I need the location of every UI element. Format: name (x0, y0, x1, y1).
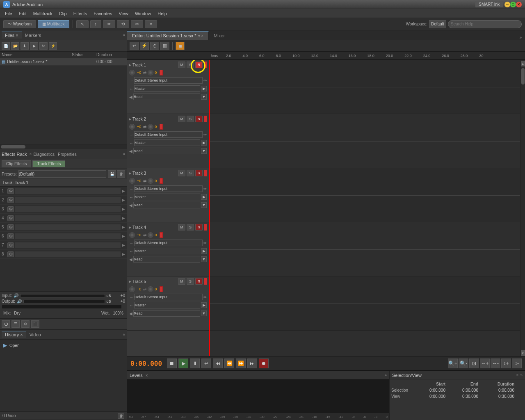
history-item-open[interactable]: ▶ Open (2, 341, 125, 349)
track-3-record[interactable]: R (195, 170, 203, 176)
zoom-in-v-btn[interactable]: ↕+ (501, 358, 511, 368)
levels-options[interactable]: » (384, 373, 387, 377)
track-4-output-select[interactable]: Master (134, 248, 200, 254)
track-2-expand[interactable]: ▶ (129, 117, 131, 121)
slot-arrow-2[interactable]: ▶ (122, 198, 125, 202)
slot-arrow-6[interactable]: ▶ (122, 234, 125, 238)
track-1-expand[interactable]: ▶ (129, 63, 131, 67)
pause-btn[interactable]: ⏸ (190, 358, 200, 368)
track-2-mute[interactable]: M (178, 116, 185, 122)
slot-arrow-8[interactable]: ▶ (122, 252, 125, 256)
track-4-read-select[interactable]: Read (133, 256, 200, 262)
ed-btn-loop[interactable]: ↩ (130, 42, 139, 50)
fastforward-to-end-btn[interactable]: ⏭ (247, 358, 257, 368)
ed-btn-mix[interactable]: ▦ (160, 42, 169, 50)
track-4-solo[interactable]: S (187, 224, 194, 231)
track-4-mute[interactable]: M (178, 224, 185, 231)
track-lane-3[interactable] (209, 168, 520, 222)
track-3-input-select[interactable]: Default Stereo Input (134, 185, 203, 192)
track-5-fader[interactable] (148, 286, 153, 292)
track-2-knob[interactable] (129, 124, 135, 130)
tool-btn-5[interactable]: ✂ (131, 20, 143, 28)
tracks-vscrollbar[interactable]: ▲ ▼ (520, 60, 525, 356)
track-2-input-select[interactable]: Default Stereo Input (134, 131, 203, 138)
track-4-output-expand[interactable]: ▶ (201, 248, 207, 254)
files-scrollbar[interactable] (0, 144, 127, 149)
presets-select[interactable]: (Default) (18, 170, 106, 178)
track-2-output-expand[interactable]: ▶ (201, 140, 207, 146)
track-3-output-select[interactable]: Master (134, 194, 200, 200)
stop-btn[interactable]: ⏹ (167, 358, 177, 368)
zoom-out-btn[interactable]: 🔍- (459, 358, 468, 368)
files-panel-close[interactable]: » (123, 33, 125, 37)
ed-btn-timecode[interactable]: ⏱ (150, 42, 159, 50)
tab-history[interactable]: History × (2, 331, 26, 338)
track-5-read-expand[interactable]: ▼ (201, 310, 207, 316)
track-4-input-icon[interactable]: ✏ (203, 241, 207, 245)
minimize-button[interactable]: ─ (504, 2, 510, 7)
slot-power-icon-6[interactable]: ⏻ (7, 233, 14, 239)
track-4-record[interactable]: R (195, 224, 203, 231)
import-btn[interactable]: ⬇ (21, 42, 29, 50)
levels-close-x[interactable]: × (146, 373, 148, 378)
track-5-record[interactable]: R (195, 278, 203, 285)
tool-btn-2[interactable]: ↕ (90, 20, 101, 28)
tab-diagnostics[interactable]: Diagnostics (33, 152, 55, 157)
track-1-input-select[interactable]: Default Stereo Input (134, 77, 203, 84)
track-1-output-expand[interactable]: ▶ (201, 86, 207, 91)
preset-delete-btn[interactable]: 🗑 (117, 170, 125, 178)
slot-arrow-7[interactable]: ▶ (122, 243, 125, 247)
track-2-output-select[interactable]: Master (134, 139, 200, 146)
tab-properties[interactable]: Properties (58, 152, 77, 157)
track-lane-5[interactable] (209, 276, 520, 331)
workspace-select[interactable]: Default (429, 20, 446, 28)
track-3-solo[interactable]: S (187, 170, 194, 176)
slot-arrow-5[interactable]: ▶ (122, 225, 125, 229)
effects-expand-btn[interactable]: ⬛ (31, 320, 39, 328)
track-3-knob[interactable] (129, 178, 135, 184)
open-file-btn[interactable]: 📂 (11, 42, 19, 50)
track-1-knob[interactable] (129, 70, 135, 75)
tool-btn-1[interactable]: ↖ (76, 20, 89, 28)
maximize-button[interactable]: □ (510, 2, 516, 7)
fastforward-btn[interactable]: ⏩ (236, 358, 246, 368)
track-5-input-select[interactable]: Default Stereo Input (134, 294, 203, 300)
slot-power-icon-2[interactable]: ⏻ (7, 197, 14, 203)
editor-tab-session[interactable]: Editor: Untitled Session 1.sesx * ▾ × (127, 31, 209, 40)
play-btn[interactable]: ▶ (178, 358, 188, 368)
history-clear-btn[interactable]: 🗑 (118, 413, 124, 419)
track-lane-4[interactable] (209, 222, 520, 276)
track-3-output-expand[interactable]: ▶ (201, 194, 207, 200)
editor-tab-close[interactable]: ▾ × (198, 34, 204, 38)
preset-save-btn[interactable]: 💾 (108, 170, 116, 178)
rewind-to-start-btn[interactable]: ⏮ (213, 358, 223, 368)
track-lane-2[interactable] (209, 114, 520, 168)
zoom-in-btn[interactable]: 🔍+ (448, 358, 458, 368)
ed-btn-cursor[interactable]: ⏹ (176, 42, 185, 50)
vscroll-up[interactable]: ▲ (521, 61, 525, 66)
track-5-output-select[interactable]: Master (134, 302, 200, 308)
waveform-btn[interactable]: 〜 Waveform (3, 20, 36, 28)
tool-btn-3[interactable]: ✏ (103, 20, 115, 28)
loop-btn[interactable]: ↩ (201, 358, 211, 368)
loop-btn[interactable]: ↻ (39, 42, 48, 50)
slot-power-icon-7[interactable]: ⏻ (7, 242, 14, 248)
track-1-output-select[interactable]: Master (134, 85, 200, 92)
track-5-read-select[interactable]: Read (133, 310, 200, 317)
track-2-read-select[interactable]: Read (133, 148, 200, 154)
menu-clip[interactable]: Clip (56, 10, 70, 17)
ed-btn-snap[interactable]: ⚡ (140, 42, 149, 50)
slot-power-icon-3[interactable]: ⏻ (7, 206, 14, 212)
clip-effects-tab[interactable]: Clip Effects (2, 160, 31, 167)
track-4-read-expand[interactable]: ▼ (201, 256, 207, 262)
track-5-solo[interactable]: S (187, 278, 194, 285)
track-2-fader[interactable] (148, 124, 153, 130)
effects-settings-btn[interactable]: ⚙ (21, 320, 30, 328)
track-2-input-icon[interactable]: ✏ (203, 132, 207, 137)
search-help-input[interactable] (448, 20, 522, 28)
slot-power-icon-4[interactable]: ⏻ (7, 215, 14, 221)
file-item[interactable]: ▦ Untitle...ssion 1.sesx * 0:30.000 (0, 58, 127, 66)
menu-favorites[interactable]: Favorites (90, 10, 115, 17)
menu-window[interactable]: Window (132, 10, 154, 17)
slot-arrow-3[interactable]: ▶ (122, 207, 125, 211)
